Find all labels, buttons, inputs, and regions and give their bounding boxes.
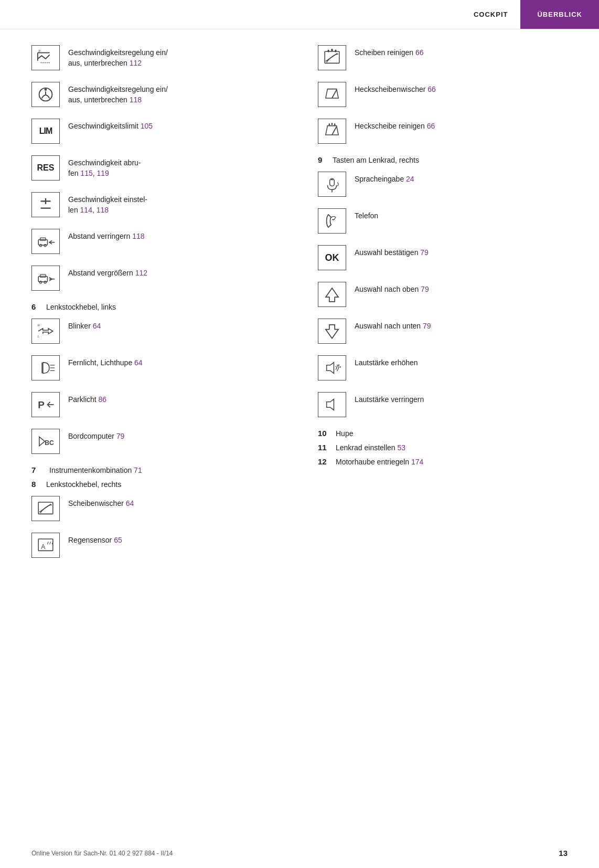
section-10: 10 Hupe	[318, 429, 578, 438]
res-label: Geschwindigkeit abru-fen 115, 119	[68, 155, 141, 179]
cruise-off-icon: F	[31, 45, 60, 70]
page-number: 13	[559, 849, 568, 858]
svg-point-45	[329, 123, 330, 125]
list-item: LIM Geschwindigkeitslimit 105	[31, 119, 292, 144]
bordcomputer-icon: BC	[31, 429, 60, 454]
svg-rect-11	[40, 238, 46, 240]
ueberblick-tab[interactable]: ÜBERBLICK	[520, 0, 599, 29]
lautstaerke-verringern-svg	[322, 395, 342, 415]
list-item: BC Bordcomputer 79	[31, 429, 292, 454]
svg-text:L: L	[37, 335, 39, 338]
svg-rect-16	[40, 274, 46, 277]
header: COCKPIT ÜBERBLICK	[0, 0, 599, 29]
svg-point-18	[44, 281, 46, 283]
list-item: Spracheingabe 24	[318, 172, 578, 197]
heckscheibe-reinigen-icon	[318, 119, 346, 144]
auswahl-unten-label: Auswahl nach unten 79	[355, 319, 431, 331]
cruise-on-label: Geschwindigkeitsregelung ein/aus, unterb…	[68, 82, 168, 105]
list-item: OK Auswahl bestätigen 79	[318, 245, 578, 270]
list-item: RES Geschwindigkeit abru-fen 115, 119	[31, 155, 292, 181]
svg-marker-53	[326, 325, 338, 338]
plus-minus-icon	[31, 192, 60, 217]
list-item: Heckscheibenwischer 66	[318, 82, 578, 107]
list-item: Scheibenwischer 64	[31, 496, 292, 521]
auswahl-oben-svg	[322, 284, 342, 304]
lautstaerke-erhoehen-label: Lautstärke erhöhen	[355, 355, 418, 368]
parklicht-svg: P	[36, 395, 56, 415]
plus-minus-svg	[36, 195, 56, 215]
res-icon: RES	[31, 155, 60, 181]
list-item: Fernlicht, Lichthupe 64	[31, 355, 292, 380]
list-item: Abstand verringern 118	[31, 229, 292, 254]
list-item: Geschwindigkeit einstel-len 114, 118	[31, 192, 292, 217]
svg-line-34	[47, 542, 48, 544]
svg-point-17	[39, 281, 41, 283]
regensensor-svg: A	[36, 535, 56, 555]
cockpit-tab[interactable]: COCKPIT	[461, 0, 521, 29]
left-column: F Geschwindigkeitsregelung ein/aus, unte…	[31, 45, 307, 569]
cruise-off-svg: F	[36, 48, 56, 68]
scheiben-reinigen-icon	[318, 45, 346, 70]
svg-line-35	[50, 542, 51, 544]
lautstaerke-verringern-label: Lautstärke verringern	[355, 392, 424, 405]
cockpit-label: COCKPIT	[474, 10, 508, 18]
scheibenwischer-svg	[36, 499, 56, 518]
svg-point-39	[331, 49, 333, 51]
lim-icon: LIM	[31, 119, 60, 144]
svg-marker-57	[327, 399, 334, 410]
svg-point-56	[339, 366, 341, 368]
section-8-heading: 8 Lenkstockhebel, rechts	[31, 480, 292, 489]
bordcomputer-svg: BC	[36, 431, 56, 451]
lautstaerke-verringern-icon	[318, 392, 346, 417]
heckscheibenwischer-label: Heckscheibenwischer 66	[355, 82, 436, 94]
regensensor-label: Regensensor 65	[68, 533, 122, 545]
blinker-icon: R L	[31, 319, 60, 344]
svg-marker-28	[39, 437, 45, 446]
list-item: F Geschwindigkeitsregelung ein/aus, unte…	[31, 45, 292, 70]
abstand-vergr-svg	[36, 268, 56, 288]
plus-minus-label: Geschwindigkeit einstel-len 114, 118	[68, 192, 147, 216]
auswahl-oben-icon	[318, 282, 346, 307]
blinker-svg: R L	[36, 321, 56, 341]
cruise-on-icon	[31, 82, 60, 107]
heckscheibe-reinigen-label: Heckscheibe reinigen 66	[355, 119, 435, 131]
regensensor-icon: A	[31, 533, 60, 558]
svg-text:F: F	[39, 49, 41, 53]
svg-point-5	[45, 88, 47, 91]
lautstaerke-erhoehen-svg	[322, 358, 342, 378]
section-7: 7 Instrumentenkombination 71	[31, 465, 292, 474]
list-item: A Regensensor 65	[31, 533, 292, 558]
scheiben-reinigen-svg	[322, 48, 342, 68]
scheibenwischer-icon	[31, 496, 60, 521]
lautstaerke-erhoehen-icon	[318, 355, 346, 380]
svg-marker-52	[326, 288, 338, 302]
abstand-vergr-icon	[31, 266, 60, 291]
fernlicht-svg	[36, 358, 56, 378]
svg-point-40	[335, 49, 336, 52]
blinker-label: Blinker 64	[68, 319, 101, 331]
cruise-on-svg	[36, 84, 56, 104]
ueberblick-label: ÜBERBLICK	[537, 10, 582, 18]
section-11: 11 Lenkrad einstellen 53	[318, 443, 578, 452]
svg-point-46	[331, 123, 333, 125]
cruise-off-label: Geschwindigkeitsregelung ein/aus, unterb…	[68, 45, 168, 69]
heckscheibenwischer-icon	[318, 82, 346, 107]
list-item: P Parklicht 86	[31, 392, 292, 417]
scheibenwischer-label: Scheibenwischer 64	[68, 496, 134, 509]
list-item: Lautstärke verringern	[318, 392, 578, 417]
telefon-icon	[318, 208, 346, 234]
list-item: Auswahl nach unten 79	[318, 319, 578, 344]
svg-point-51	[331, 179, 333, 181]
svg-point-47	[334, 123, 336, 125]
list-item: Abstand vergrößern 112	[31, 266, 292, 291]
heckscheibenwischer-svg	[322, 84, 342, 104]
svg-text:R: R	[37, 324, 40, 327]
list-item: Telefon	[318, 208, 578, 234]
svg-point-38	[327, 49, 329, 52]
list-item: Scheiben reinigen 66	[318, 45, 578, 70]
svg-text:BC: BC	[45, 439, 54, 447]
auswahl-oben-label: Auswahl nach oben 79	[355, 282, 429, 294]
section-9-heading: 9 Tasten am Lenkrad, rechts	[318, 155, 578, 164]
spracheingabe-icon	[318, 172, 346, 197]
lim-label: Geschwindigkeitslimit 105	[68, 119, 153, 131]
